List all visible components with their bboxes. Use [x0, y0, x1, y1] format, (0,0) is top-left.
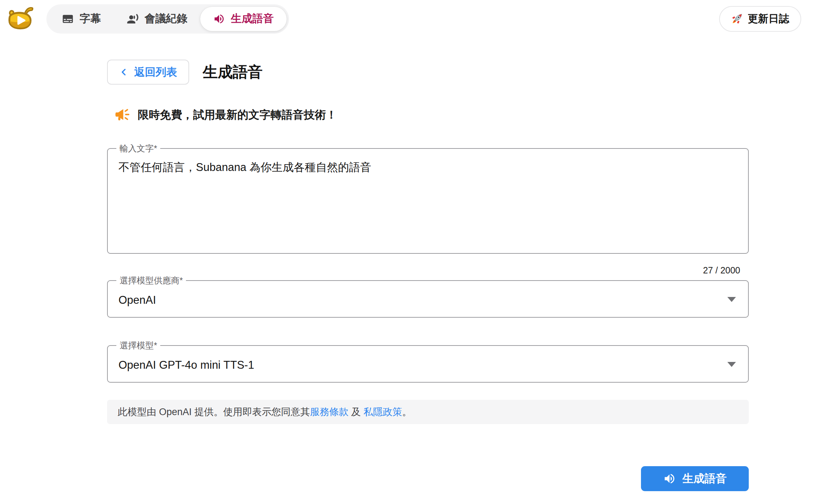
- title-row: 返回列表 生成語音: [107, 60, 749, 85]
- rocket-icon: [731, 13, 743, 25]
- subtitles-icon: [62, 13, 74, 25]
- nav-tab-group: 字幕 會議紀錄 生成語音: [46, 4, 289, 34]
- text-input[interactable]: 輸入文字* 不管任何語言，Subanana 為你生成各種自然的語音: [107, 148, 749, 254]
- provider-select-value: OpenAI: [108, 281, 748, 307]
- provider-select[interactable]: 選擇模型供應商* OpenAI: [107, 280, 749, 318]
- generate-speech-button[interactable]: 生成語音: [641, 466, 749, 491]
- back-to-list-button[interactable]: 返回列表: [107, 60, 189, 85]
- char-counter: 27 / 2000: [107, 264, 749, 276]
- announcement-banner: 限時免費，試用最新的文字轉語音技術！: [115, 107, 749, 122]
- disclaimer-prefix: 此模型由 OpenAI 提供。使用即表示您同意其: [118, 407, 310, 417]
- app-logo-banana-icon[interactable]: [6, 4, 35, 34]
- dropdown-arrow-icon: [727, 297, 736, 302]
- changelog-label: 更新日誌: [748, 12, 789, 26]
- voice-over-icon: [127, 13, 139, 25]
- privacy-policy-link[interactable]: 私隱政策: [364, 407, 402, 417]
- chevron-left-icon: [119, 67, 128, 77]
- announcement-text: 限時免費，試用最新的文字轉語音技術！: [138, 107, 337, 122]
- tab-meeting-notes-label: 會議紀錄: [145, 11, 187, 26]
- model-select[interactable]: 選擇模型* OpenAI GPT-4o mini TTS-1: [107, 345, 749, 383]
- speaker-icon: [213, 13, 225, 25]
- tab-meeting-notes[interactable]: 會議紀錄: [114, 7, 200, 31]
- generate-speech-label: 生成語音: [682, 471, 727, 486]
- dropdown-arrow-icon: [727, 362, 736, 367]
- tab-generate-speech[interactable]: 生成語音: [200, 7, 287, 31]
- model-select-value: OpenAI GPT-4o mini TTS-1: [108, 346, 748, 372]
- tab-subtitles[interactable]: 字幕: [49, 7, 114, 31]
- changelog-button[interactable]: 更新日誌: [719, 6, 801, 32]
- page-title: 生成語音: [203, 62, 263, 82]
- model-disclaimer: 此模型由 OpenAI 提供。使用即表示您同意其服務條款 及 私隱政策。: [107, 400, 749, 424]
- top-bar: 字幕 會議紀錄 生成語音 更新日誌: [0, 0, 818, 37]
- megaphone-icon: [115, 107, 130, 122]
- tab-generate-speech-label: 生成語音: [231, 11, 274, 26]
- text-input-label: 輸入文字*: [116, 143, 160, 154]
- disclaimer-conjunction: 及: [349, 407, 364, 417]
- speaker-icon: [663, 472, 676, 485]
- back-button-label: 返回列表: [134, 65, 177, 80]
- action-row: 生成語音: [107, 466, 749, 491]
- text-input-value: 不管任何語言，Subanana 為你生成各種自然的語音: [108, 149, 748, 186]
- main-content: 返回列表 生成語音 限時免費，試用最新的文字轉語音技術！ 輸入文字* 不管任何語…: [107, 60, 749, 491]
- provider-select-label: 選擇模型供應商*: [116, 275, 186, 286]
- model-select-label: 選擇模型*: [116, 340, 160, 351]
- tab-subtitles-label: 字幕: [80, 11, 101, 26]
- terms-of-service-link[interactable]: 服務條款: [310, 407, 349, 417]
- disclaimer-suffix: 。: [402, 407, 412, 417]
